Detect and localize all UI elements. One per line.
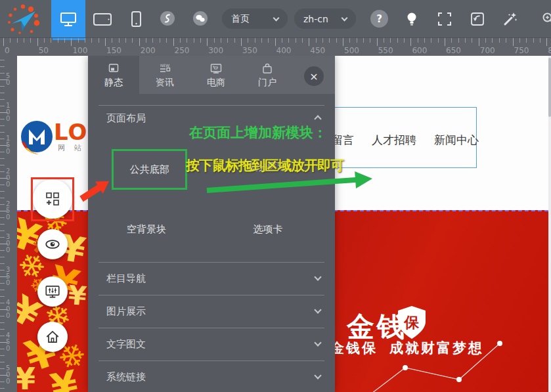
ruler-tick bbox=[105, 38, 106, 46]
ruler-tick bbox=[485, 38, 486, 43]
tab-portal[interactable]: 门户 bbox=[242, 56, 293, 94]
tab-static[interactable]: 静态 bbox=[88, 56, 139, 94]
section-column-nav[interactable]: 栏目导航 bbox=[106, 272, 146, 285]
monitor-sliders-icon bbox=[44, 283, 61, 300]
ruler-label: 50 bbox=[39, 46, 49, 55]
ruler-tick bbox=[275, 38, 276, 46]
home-icon bbox=[44, 328, 61, 345]
ruler-tick bbox=[0, 73, 5, 74]
ruler-label: 450 bbox=[6, 332, 12, 352]
home-button[interactable] bbox=[37, 322, 68, 352]
ruler-tick bbox=[261, 38, 262, 43]
wechat-icon bbox=[193, 11, 208, 26]
ruler-tick bbox=[227, 38, 228, 43]
display-settings-button[interactable] bbox=[37, 276, 68, 307]
ruler-label: 600 bbox=[412, 46, 427, 55]
ruler-tick bbox=[410, 38, 411, 46]
ruler-tick bbox=[0, 165, 5, 165]
chevron-down-icon[interactable] bbox=[314, 273, 321, 280]
chevron-down-icon[interactable] bbox=[314, 306, 321, 313]
device-tablet-button[interactable] bbox=[88, 0, 117, 37]
tips-button[interactable] bbox=[403, 10, 421, 28]
ruler-tick bbox=[0, 257, 5, 257]
add-module-grid-icon bbox=[45, 191, 60, 207]
style-tool-button[interactable] bbox=[160, 11, 175, 26]
ruler-tick bbox=[17, 38, 18, 43]
ruler-tick bbox=[214, 38, 215, 43]
ruler-tick bbox=[296, 38, 296, 43]
device-desktop-button[interactable] bbox=[51, 0, 85, 37]
ruler-tick bbox=[0, 322, 5, 323]
module-item-empty-block[interactable]: 空背景块 bbox=[97, 223, 196, 236]
section-image-display[interactable]: 图片展示 bbox=[106, 305, 146, 318]
ruler-tick bbox=[343, 38, 343, 46]
tab-ecommerce[interactable]: 电商 bbox=[190, 56, 242, 94]
ruler-tick bbox=[0, 106, 5, 106]
language-dropdown[interactable]: zh-cn bbox=[294, 9, 356, 29]
chevron-up-icon[interactable] bbox=[314, 115, 321, 122]
ruler-tick bbox=[329, 38, 330, 43]
ruler-label: 350 bbox=[6, 267, 12, 286]
magic-wand-button[interactable] bbox=[501, 10, 519, 28]
help-button[interactable]: ? bbox=[370, 10, 388, 28]
device-phone-button[interactable] bbox=[122, 0, 150, 37]
ruler-tick bbox=[0, 139, 5, 139]
module-item-footer[interactable]: 公共底部 bbox=[112, 149, 187, 190]
ruler-tick bbox=[221, 38, 221, 43]
ruler-tick bbox=[438, 38, 439, 43]
publish-button[interactable] bbox=[468, 10, 487, 28]
fullscreen-button[interactable] bbox=[435, 10, 454, 28]
ruler-tick bbox=[139, 38, 140, 46]
scrollbar-thumb[interactable] bbox=[548, 58, 551, 117]
ruler-tick bbox=[0, 368, 5, 369]
section-text-image[interactable]: 文字图文 bbox=[106, 338, 146, 351]
ruler-label: 150 bbox=[106, 46, 121, 55]
ruler-tick bbox=[85, 38, 85, 43]
ruler-tick bbox=[0, 152, 5, 152]
wechat-button[interactable] bbox=[193, 11, 208, 26]
ruler-tick bbox=[0, 86, 5, 87]
ruler-tick bbox=[51, 38, 51, 43]
page-dropdown[interactable]: 首页 bbox=[222, 9, 288, 29]
nav-item-careers[interactable]: 人才招聘 bbox=[372, 133, 416, 148]
ecommerce-tab-icon bbox=[209, 62, 223, 75]
ruler-tick bbox=[513, 38, 514, 46]
module-item-divide-area[interactable]: 划分区域 bbox=[219, 161, 317, 173]
ruler-tick bbox=[0, 230, 5, 231]
top-toolbar: 首页 zh-cn ? bbox=[0, 0, 551, 37]
module-panel: 静态 NEW 资讯 电商 bbox=[88, 56, 335, 392]
ruler-tick bbox=[0, 93, 5, 93]
ruler-tick bbox=[166, 38, 167, 43]
ruler-tick bbox=[0, 381, 5, 382]
ruler-tick bbox=[540, 38, 540, 43]
vertical-ruler: 50100150200250300350400450500 bbox=[0, 56, 17, 392]
ruler-tick bbox=[91, 38, 92, 43]
section-system-links[interactable]: 系统链接 bbox=[106, 371, 146, 383]
tablet-icon bbox=[93, 10, 112, 28]
ruler-tick bbox=[458, 38, 459, 43]
ruler-tick bbox=[0, 336, 5, 336]
ruler-tick bbox=[384, 38, 384, 43]
ruler-label: 250 bbox=[175, 46, 190, 55]
ruler-tick bbox=[30, 38, 31, 43]
divider bbox=[99, 105, 324, 106]
zoom-in-button[interactable] bbox=[540, 10, 551, 28]
preview-button[interactable] bbox=[37, 229, 68, 259]
ruler-label: 450 bbox=[310, 46, 325, 55]
ruler-tick bbox=[132, 38, 133, 43]
ruler-tick bbox=[418, 38, 418, 43]
chevron-down-icon[interactable] bbox=[314, 339, 321, 346]
add-module-button[interactable] bbox=[33, 179, 72, 219]
chevron-down-icon[interactable] bbox=[314, 372, 321, 379]
chevron-down-icon bbox=[273, 14, 280, 21]
section-page-layout[interactable]: 页面布局 bbox=[106, 112, 146, 125]
nav-item-messages[interactable]: 留言 bbox=[332, 133, 354, 148]
module-item-tabs[interactable]: 选项卡 bbox=[219, 223, 317, 236]
panel-close-button[interactable]: × bbox=[304, 66, 324, 86]
ruler-tick bbox=[0, 204, 5, 205]
tab-news[interactable]: NEW 资讯 bbox=[139, 56, 190, 94]
nav-item-news[interactable]: 新闻中心 bbox=[434, 133, 479, 148]
portal-tab-icon bbox=[261, 62, 274, 75]
nav-module-selection[interactable]: 留言 人才招聘 新闻中心 bbox=[319, 107, 477, 168]
page-scrollbar bbox=[548, 56, 551, 392]
